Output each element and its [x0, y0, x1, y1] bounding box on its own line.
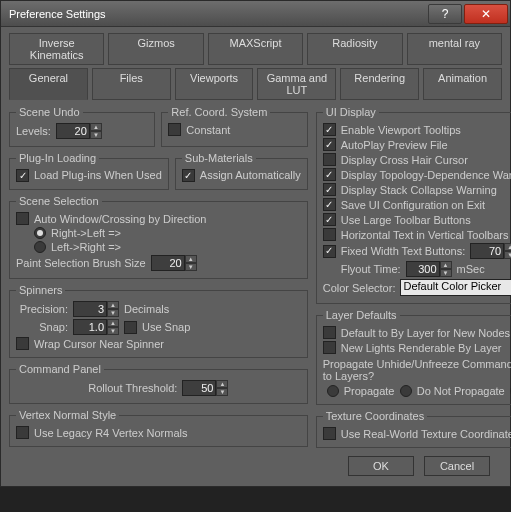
- tab-inverse-kinematics[interactable]: Inverse Kinematics: [9, 33, 104, 65]
- propagate-text-2: to Layers?: [323, 370, 511, 382]
- rollout-spinner[interactable]: ▲▼: [182, 380, 228, 396]
- tab-rendering[interactable]: Rendering: [340, 68, 419, 100]
- group-scene-selection: Scene Selection Auto Window/Crossing by …: [9, 195, 308, 279]
- lights-bylayer-label: New Lights Renderable By Layer: [341, 342, 502, 354]
- real-world-checkbox[interactable]: [323, 427, 336, 440]
- brush-size-input[interactable]: [151, 255, 185, 271]
- assign-auto-label: Assign Automatically: [200, 169, 301, 181]
- brush-size-spinner[interactable]: ▲▼: [151, 255, 197, 271]
- auto-window-label: Auto Window/Crossing by Direction: [34, 213, 206, 225]
- precision-input[interactable]: [73, 301, 107, 317]
- propagate-label: Propagate: [344, 385, 395, 397]
- assign-auto-checkbox[interactable]: [182, 169, 195, 182]
- topo-checkbox[interactable]: [323, 168, 336, 181]
- crosshair-checkbox[interactable]: [323, 153, 336, 166]
- tab-viewports[interactable]: Viewports: [175, 68, 254, 100]
- flyout-label: Flyout Time:: [341, 263, 401, 275]
- fixed-width-checkbox[interactable]: [323, 245, 336, 258]
- tab-maxscript[interactable]: MAXScript: [208, 33, 303, 65]
- right-left-radio[interactable]: [34, 227, 46, 239]
- horiz-text-checkbox[interactable]: [323, 228, 336, 241]
- close-button[interactable]: ✕: [464, 4, 508, 24]
- help-button[interactable]: ?: [428, 4, 462, 24]
- legacy-normals-checkbox[interactable]: [16, 426, 29, 439]
- tab-files[interactable]: Files: [92, 68, 171, 100]
- legend-vertex-normal: Vertex Normal Style: [16, 409, 119, 421]
- brush-size-label: Paint Selection Brush Size: [16, 257, 146, 269]
- autoplay-label: AutoPlay Preview File: [341, 139, 448, 151]
- precision-spinner[interactable]: ▲▼: [73, 301, 119, 317]
- window-title: Preference Settings: [9, 8, 106, 20]
- tab-gizmos[interactable]: Gizmos: [108, 33, 203, 65]
- propagate-radio[interactable]: [327, 385, 339, 397]
- stack-checkbox[interactable]: [323, 183, 336, 196]
- legend-ref-coord: Ref. Coord. System: [168, 106, 270, 118]
- tab-radiosity[interactable]: Radiosity: [307, 33, 402, 65]
- group-submaterials: Sub-Materials Assign Automatically: [175, 152, 308, 190]
- bylayer-label: Default to By Layer for New Nodes: [341, 327, 510, 339]
- tab-animation[interactable]: Animation: [423, 68, 502, 100]
- do-not-propagate-label: Do Not Propagate: [417, 385, 505, 397]
- tab-gamma-lut[interactable]: Gamma and LUT: [257, 68, 336, 100]
- wrap-cursor-checkbox[interactable]: [16, 337, 29, 350]
- titlebar[interactable]: Preference Settings ? ✕: [1, 1, 510, 27]
- decimals-label: Decimals: [124, 303, 169, 315]
- bylayer-checkbox[interactable]: [323, 326, 336, 339]
- legend-texture-coords: Texture Coordinates: [323, 410, 427, 422]
- stack-label: Display Stack Collapse Warning: [341, 184, 497, 196]
- group-spinners: Spinners Precision: ▲▼ Decimals Snap: ▲▼…: [9, 284, 308, 358]
- tab-row-top: Inverse Kinematics Gizmos MAXScript Radi…: [9, 33, 502, 65]
- snap-spinner[interactable]: ▲▼: [73, 319, 119, 335]
- flyout-input[interactable]: [406, 261, 440, 277]
- real-world-label: Use Real-World Texture Coordinates: [341, 428, 511, 440]
- load-plugins-label: Load Plug-ins When Used: [34, 169, 162, 181]
- group-command-panel: Command Panel Rollout Threshold: ▲▼: [9, 363, 308, 404]
- legend-spinners: Spinners: [16, 284, 65, 296]
- auto-window-checkbox[interactable]: [16, 212, 29, 225]
- flyout-spinner[interactable]: ▲▼: [406, 261, 452, 277]
- rollout-label: Rollout Threshold:: [88, 382, 177, 394]
- large-toolbar-label: Use Large Toolbar Buttons: [341, 214, 471, 226]
- levels-spinner[interactable]: ▲▼: [56, 123, 102, 139]
- ok-button[interactable]: OK: [348, 456, 414, 476]
- legend-submaterials: Sub-Materials: [182, 152, 256, 164]
- rollout-input[interactable]: [182, 380, 216, 396]
- legend-plugin-loading: Plug-In Loading: [16, 152, 99, 164]
- wrap-cursor-label: Wrap Cursor Near Spinner: [34, 338, 164, 350]
- autoplay-checkbox[interactable]: [323, 138, 336, 151]
- levels-input[interactable]: [56, 123, 90, 139]
- large-toolbar-checkbox[interactable]: [323, 213, 336, 226]
- left-right-label: Left->Right =>: [51, 241, 121, 253]
- button-bar: OK Cancel: [9, 448, 502, 476]
- left-right-radio[interactable]: [34, 241, 46, 253]
- tooltips-checkbox[interactable]: [323, 123, 336, 136]
- color-selector-dropdown[interactable]: Default Color Picker▾: [400, 279, 511, 296]
- crosshair-label: Display Cross Hair Cursor: [341, 154, 468, 166]
- saveui-label: Save UI Configuration on Exit: [341, 199, 485, 211]
- fixed-width-spinner[interactable]: ▲▼: [470, 243, 511, 259]
- cancel-button[interactable]: Cancel: [424, 456, 490, 476]
- legacy-normals-label: Use Legacy R4 Vertex Normals: [34, 427, 187, 439]
- legend-ui-display: UI Display: [323, 106, 379, 118]
- constant-checkbox[interactable]: [168, 123, 181, 136]
- use-snap-checkbox[interactable]: [124, 321, 137, 334]
- client-area: Inverse Kinematics Gizmos MAXScript Radi…: [1, 27, 510, 486]
- tab-general[interactable]: General: [9, 68, 88, 100]
- lights-bylayer-checkbox[interactable]: [323, 341, 336, 354]
- group-ref-coord: Ref. Coord. System Constant: [161, 106, 307, 147]
- snap-input[interactable]: [73, 319, 107, 335]
- legend-layer-defaults: Layer Defaults: [323, 309, 400, 321]
- precision-label: Precision:: [16, 303, 68, 315]
- fixed-width-input[interactable]: [470, 243, 504, 259]
- group-layer-defaults: Layer Defaults Default to By Layer for N…: [316, 309, 511, 405]
- do-not-propagate-radio[interactable]: [400, 385, 412, 397]
- load-plugins-checkbox[interactable]: [16, 169, 29, 182]
- snap-label: Snap:: [16, 321, 68, 333]
- group-scene-undo: Scene Undo Levels: ▲▼: [9, 106, 155, 147]
- color-selector-value: Default Color Picker: [403, 280, 501, 292]
- group-plugin-loading: Plug-In Loading Load Plug-ins When Used: [9, 152, 169, 190]
- topo-label: Display Topology-Dependence Warning: [341, 169, 511, 181]
- tab-mental-ray[interactable]: mental ray: [407, 33, 502, 65]
- saveui-checkbox[interactable]: [323, 198, 336, 211]
- legend-scene-selection: Scene Selection: [16, 195, 102, 207]
